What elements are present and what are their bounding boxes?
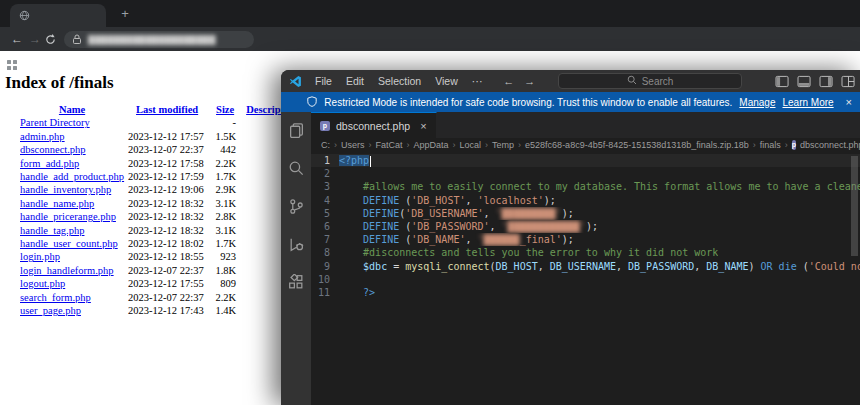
toggle-panel-icon[interactable]: [797, 74, 812, 92]
code-line[interactable]: 9 $dbc = mysqli_connect(DB_HOST, DB_USER…: [311, 260, 860, 273]
explorer-icon[interactable]: [288, 122, 305, 143]
editor-back-button[interactable]: ←: [503, 75, 514, 87]
shield-icon: [307, 96, 317, 109]
breadcrumb: C:›Users›FatCat›AppData›Local›Temp›e528f…: [311, 138, 860, 152]
search-placeholder: Search: [642, 76, 674, 87]
table-row: handle_tag.php2023-12-12 18:323.1K: [18, 224, 302, 237]
file-modified: 2023-12-12 17:43: [126, 304, 208, 317]
file-size: 923: [208, 250, 242, 263]
table-row: Parent Directory-: [18, 116, 302, 129]
table-row: user_page.php2023-12-12 17:431.4K: [18, 304, 302, 317]
table-row: admin.php2023-12-12 17:571.5K: [18, 130, 302, 143]
file-link[interactable]: login.php: [20, 251, 60, 262]
editor-tab-bar: p dbsconnect.php ×: [311, 112, 860, 138]
sort-by-size-link[interactable]: Size: [216, 104, 234, 115]
chevron-right-icon: ›: [407, 140, 410, 150]
breadcrumb-item[interactable]: C:: [321, 140, 330, 150]
breadcrumb-item[interactable]: AppData: [414, 140, 449, 150]
code-line[interactable]: 6 DEFINE ('DB_PASSWORD', '████████████')…: [311, 220, 860, 233]
menu-file[interactable]: File: [308, 75, 339, 87]
chevron-right-icon: ›: [334, 140, 337, 150]
browser-tab-strip: +: [0, 0, 860, 27]
file-link[interactable]: handle_pricerange.php: [20, 211, 116, 222]
new-tab-button[interactable]: +: [116, 5, 134, 23]
editor-scrollbar[interactable]: [851, 156, 858, 256]
file-link[interactable]: handle_add_product.php: [20, 171, 124, 182]
file-size: 1.5K: [208, 130, 242, 143]
file-size: 3.1K: [208, 197, 242, 210]
tab-close-icon[interactable]: ×: [420, 120, 426, 132]
file-link[interactable]: logout.php: [20, 278, 65, 289]
menu-⋯[interactable]: ⋯: [465, 75, 490, 87]
file-link[interactable]: dbsconnect.php: [20, 144, 86, 155]
banner-close-icon[interactable]: ×: [846, 96, 852, 108]
breadcrumb-item[interactable]: e528fc68-a8c9-4b5f-8425-151538d1318b_fin…: [525, 140, 749, 150]
file-link[interactable]: handle_user_count.php: [20, 238, 118, 249]
file-link[interactable]: admin.php: [20, 131, 65, 142]
file-link[interactable]: form_add.php: [20, 158, 79, 169]
code-line[interactable]: 2: [311, 167, 860, 180]
table-row: handle_name.php2023-12-12 18:323.1K: [18, 197, 302, 210]
code-line[interactable]: 11 ?>: [311, 286, 860, 299]
file-link[interactable]: login_handleform.php: [20, 265, 114, 276]
file-modified: 2023-12-07 22:37: [126, 264, 208, 277]
toggle-sidebar-icon[interactable]: [775, 74, 790, 92]
file-size: 2.2K: [208, 291, 242, 304]
learn-more-link[interactable]: Learn More: [783, 97, 834, 108]
menu-selection[interactable]: Selection: [371, 75, 428, 87]
file-modified: [126, 116, 208, 129]
table-row: login.php2023-12-12 18:55923: [18, 250, 302, 263]
code-line[interactable]: 10: [311, 273, 860, 286]
table-row: handle_pricerange.php2023-12-12 18:322.8…: [18, 210, 302, 223]
file-link[interactable]: search_form.php: [20, 292, 91, 303]
file-link[interactable]: Parent Directory: [20, 117, 90, 128]
code-line[interactable]: 5 DEFINE('DB_USERNAME', '█████████');: [311, 207, 860, 220]
breadcrumb-item[interactable]: Users: [341, 140, 365, 150]
file-modified: 2023-12-07 22:37: [126, 143, 208, 156]
restricted-mode-banner: Restricted Mode is intended for safe cod…: [281, 92, 860, 112]
search-sidebar-icon[interactable]: [288, 160, 305, 181]
code-line[interactable]: 3 #allows me to easily connect to my dat…: [311, 180, 860, 193]
browser-tab[interactable]: [10, 4, 106, 27]
address-bar[interactable]: ████████████████████: [64, 31, 254, 48]
toggle-secondary-sidebar-icon[interactable]: [819, 74, 834, 92]
code-line[interactable]: 1<?php: [311, 154, 860, 167]
file-link[interactable]: user_page.php: [20, 305, 81, 316]
vscode-logo: [289, 75, 302, 88]
globe-icon: [19, 7, 30, 25]
file-size: 1.7K: [208, 170, 242, 183]
search-input[interactable]: Search: [558, 73, 742, 89]
tab-dbsconnect[interactable]: p dbsconnect.php ×: [311, 112, 437, 138]
refresh-button[interactable]: [44, 32, 57, 50]
editor-forward-button[interactable]: →: [524, 75, 535, 87]
file-modified: 2023-12-12 18:55: [126, 250, 208, 263]
breadcrumb-item[interactable]: FatCat: [376, 140, 403, 150]
manage-link[interactable]: Manage: [739, 97, 775, 108]
menu-edit[interactable]: Edit: [339, 75, 371, 87]
sort-by-name-link[interactable]: Name: [59, 104, 85, 115]
run-debug-icon[interactable]: [288, 236, 305, 257]
source-control-icon[interactable]: [288, 198, 305, 219]
breadcrumb-item[interactable]: finals: [760, 140, 781, 150]
file-link[interactable]: handle_inventory.php: [20, 184, 111, 195]
address-url-redacted: ████████████████████: [88, 35, 216, 45]
file-link[interactable]: handle_name.php: [20, 198, 94, 209]
breadcrumb-item[interactable]: Temp: [492, 140, 514, 150]
customize-layout-icon[interactable]: [841, 74, 856, 92]
file-modified: 2023-12-12 18:32: [126, 197, 208, 210]
breadcrumb-item[interactable]: Local: [460, 140, 482, 150]
forward-button[interactable]: →: [26, 29, 44, 49]
code-editor[interactable]: 1<?php23 #allows me to easily connect to…: [311, 152, 860, 405]
sort-by-modified-link[interactable]: Last modified: [136, 104, 198, 115]
table-row: handle_inventory.php2023-12-12 19:062.9K: [18, 183, 302, 196]
code-line[interactable]: 4 DEFINE ('DB_HOST', 'localhost');: [311, 194, 860, 207]
code-line[interactable]: 8 #disconnects and tells you the error t…: [311, 246, 860, 259]
menu-view[interactable]: View: [428, 75, 465, 87]
back-button[interactable]: ←: [8, 29, 26, 49]
chevron-right-icon: ›: [518, 140, 521, 150]
extensions-icon[interactable]: [288, 274, 305, 295]
breadcrumb-item[interactable]: dbsconnect.php: [800, 140, 860, 150]
file-link[interactable]: handle_tag.php: [20, 225, 84, 236]
banner-message: Restricted Mode is intended for safe cod…: [324, 97, 732, 108]
code-line[interactable]: 7 DEFINE ('DB_NAME', '██████_final');: [311, 233, 860, 246]
